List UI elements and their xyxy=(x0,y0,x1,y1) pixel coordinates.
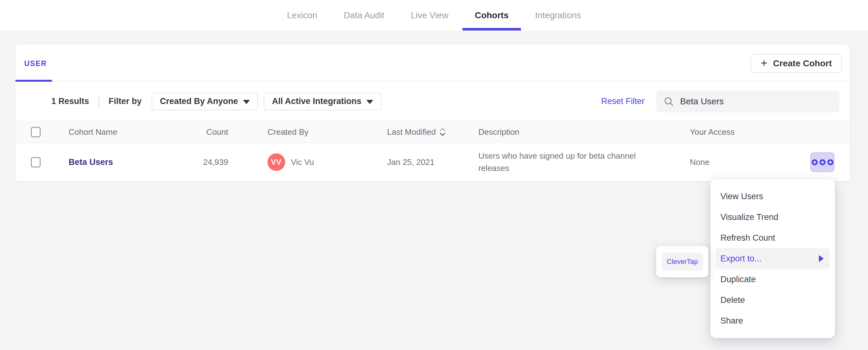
dot-icon xyxy=(828,159,833,165)
cohorts-page: Lexicon Data Audit Live View Cohorts Int… xyxy=(0,0,868,350)
export-submenu: CleverTap xyxy=(656,246,708,277)
header-last-modified-label: Last Modified xyxy=(387,127,436,137)
plus-icon: + xyxy=(761,58,767,69)
search-icon xyxy=(663,96,675,107)
nav-tab-data-audit[interactable]: Data Audit xyxy=(344,0,384,31)
nav-tabs: Lexicon Data Audit Live View Cohorts Int… xyxy=(287,0,581,31)
menu-item-export-to[interactable]: Export to... xyxy=(715,248,830,269)
card-tab-bar: USER + Create Cohort xyxy=(16,45,850,82)
tab-user-underline xyxy=(16,80,52,82)
search-box[interactable] xyxy=(656,91,839,112)
nav-tab-cohorts[interactable]: Cohorts xyxy=(475,0,508,31)
menu-item-delete[interactable]: Delete xyxy=(710,290,835,310)
nav-tab-lexicon[interactable]: Lexicon xyxy=(287,0,317,31)
header-cohort-name: Cohort Name xyxy=(53,127,197,137)
table-header: Cohort Name Count Created By Last Modifi… xyxy=(16,121,850,143)
menu-item-share[interactable]: Share xyxy=(710,310,835,331)
filter-bar: 1 Results Filter by Created By Anyone Al… xyxy=(16,82,850,121)
created-by-dropdown[interactable]: Created By Anyone xyxy=(152,93,258,110)
search-input[interactable] xyxy=(680,97,832,106)
header-your-access: Your Access xyxy=(690,127,755,137)
cohort-name-link[interactable]: Beta Users xyxy=(69,158,113,167)
created-by-dropdown-value: Created By Anyone xyxy=(160,97,238,106)
description-cell: Users who have signed up for beta channe… xyxy=(478,150,655,174)
header-created-by: Created By xyxy=(228,127,387,137)
actions-cell xyxy=(755,152,850,172)
header-description: Description xyxy=(478,127,690,137)
divider xyxy=(98,95,99,108)
row-context-menu: View Users Visualize Trend Refresh Count… xyxy=(710,179,835,338)
cohorts-card: USER + Create Cohort 1 Results Filter by… xyxy=(16,45,850,181)
results-count: 1 Results xyxy=(51,97,89,106)
menu-item-view-users[interactable]: View Users xyxy=(710,186,835,207)
avatar: VV xyxy=(268,153,285,171)
menu-item-visualize-trend[interactable]: Visualize Trend xyxy=(710,207,835,228)
created-by-name: Vic Vu xyxy=(291,158,314,167)
nav-tab-integrations[interactable]: Integrations xyxy=(535,0,581,31)
create-cohort-button[interactable]: + Create Cohort xyxy=(751,54,842,73)
dot-icon xyxy=(819,159,826,165)
row-actions-button[interactable] xyxy=(810,152,834,172)
create-cohort-label: Create Cohort xyxy=(773,59,832,69)
integrations-dropdown-value: All Active Integrations xyxy=(272,97,361,106)
row-checkbox[interactable] xyxy=(31,157,40,168)
count-cell: 24,939 xyxy=(197,158,228,167)
menu-item-refresh-count[interactable]: Refresh Count xyxy=(710,228,835,248)
submenu-arrow-icon xyxy=(819,255,824,262)
sort-icon xyxy=(439,127,446,137)
header-count: Count xyxy=(197,127,228,137)
row-checkbox-cell xyxy=(16,157,53,168)
chevron-down-icon xyxy=(243,100,250,104)
last-modified-cell: Jan 25, 2021 xyxy=(387,158,478,167)
access-cell: None xyxy=(690,158,755,167)
menu-item-duplicate[interactable]: Duplicate xyxy=(710,269,835,290)
menu-item-export-to-label: Export to... xyxy=(720,254,762,264)
nav-tab-live-view[interactable]: Live View xyxy=(411,0,448,31)
cohort-name-cell: Beta Users xyxy=(53,158,197,167)
tab-user[interactable]: USER xyxy=(24,59,47,68)
submenu-item-clevertap[interactable]: CleverTap xyxy=(661,253,703,271)
table-row: Beta Users 24,939 VV Vic Vu Jan 25, 2021… xyxy=(16,143,850,181)
integrations-dropdown[interactable]: All Active Integrations xyxy=(264,93,381,110)
chevron-down-icon xyxy=(366,100,373,104)
filter-by-label: Filter by xyxy=(108,97,142,106)
header-last-modified[interactable]: Last Modified xyxy=(387,127,478,137)
top-navigation: Lexicon Data Audit Live View Cohorts Int… xyxy=(0,0,868,31)
header-checkbox-cell xyxy=(16,127,53,137)
select-all-checkbox[interactable] xyxy=(31,127,40,137)
created-by-cell: VV Vic Vu xyxy=(228,153,387,171)
reset-filter-link[interactable]: Reset Filter xyxy=(601,97,645,106)
dot-icon xyxy=(812,159,818,165)
